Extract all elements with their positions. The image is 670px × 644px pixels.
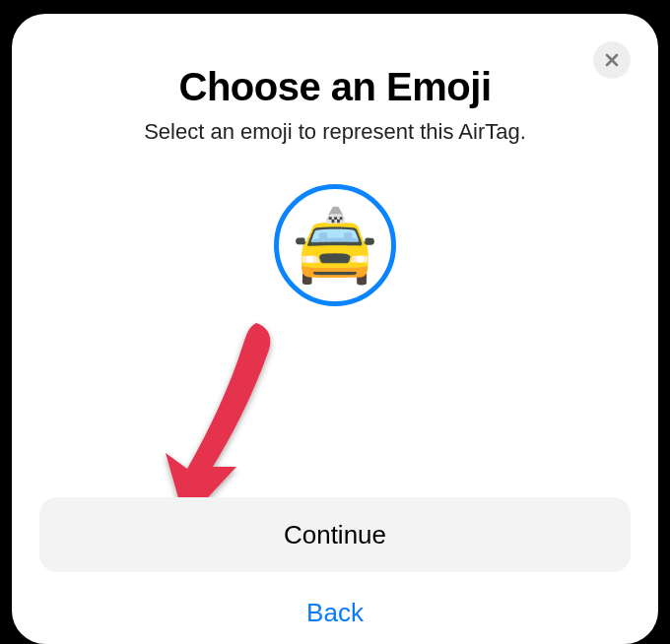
back-link[interactable]: Back <box>39 598 631 628</box>
close-icon <box>604 52 620 68</box>
annotation-arrow-icon <box>120 319 298 526</box>
sheet-subtitle: Select an emoji to represent this AirTag… <box>12 119 658 145</box>
continue-button[interactable]: Continue <box>39 497 631 572</box>
sheet-actions: Continue Back <box>12 497 658 628</box>
sheet-title: Choose an Emoji <box>12 65 658 109</box>
close-button[interactable] <box>593 41 631 79</box>
emoji-setup-sheet: Choose an Emoji Select an emoji to repre… <box>12 14 658 644</box>
emoji-selector[interactable]: 🚖 <box>274 184 396 306</box>
taxi-emoji-icon: 🚖 <box>291 210 379 281</box>
